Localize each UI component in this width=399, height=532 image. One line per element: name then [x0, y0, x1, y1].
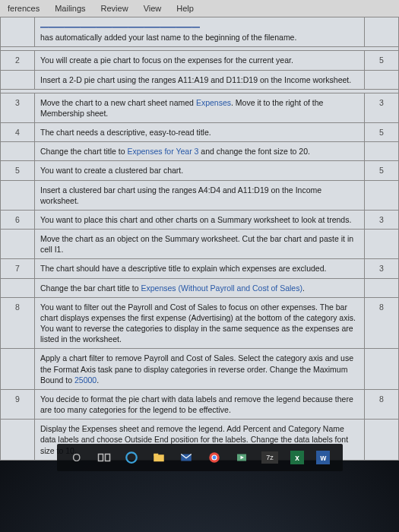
step-instruction: Move the chart as an object on the Summa…: [35, 230, 365, 259]
step-number: [1, 349, 35, 390]
instructions-table: ————————————————————has automatically ad…: [0, 17, 399, 461]
explorer-icon[interactable]: [151, 450, 166, 465]
step-number: 8: [1, 297, 35, 349]
7z-icon[interactable]: 7z: [261, 451, 278, 464]
step-number: 3: [1, 93, 35, 122]
document-content: ————————————————————has automatically ad…: [0, 17, 399, 461]
svg-rect-0: [98, 454, 103, 461]
step-number: 4: [1, 123, 35, 142]
step-points: [365, 420, 399, 461]
ribbon-tabs: ferences Mailings Review View Help: [0, 0, 399, 17]
step-points: [365, 180, 399, 210]
step-points: [365, 278, 399, 297]
step-instruction: Insert a 2-D pie chart using the ranges …: [35, 70, 365, 89]
video-icon[interactable]: [234, 450, 249, 465]
step-instruction: Apply a chart filter to remove Payroll a…: [35, 349, 365, 390]
step-points: 8: [365, 297, 399, 349]
step-points: [365, 349, 399, 390]
step-number: 7: [1, 259, 35, 278]
step-number: [1, 17, 35, 47]
step-instruction: Change the chart title to Expenses for Y…: [35, 142, 365, 161]
step-instruction: You want to filter out the Payroll and C…: [35, 297, 365, 349]
step-points: 3: [365, 259, 399, 278]
step-number: 5: [1, 161, 35, 180]
mail-icon[interactable]: [179, 450, 194, 465]
tab-help[interactable]: Help: [169, 2, 201, 15]
svg-rect-1: [105, 454, 109, 461]
step-number: 2: [1, 51, 35, 70]
step-points: [365, 70, 399, 89]
step-instruction: Move the chart to a new chart sheet name…: [35, 93, 365, 122]
step-points: 5: [365, 123, 399, 142]
step-number: 9: [1, 389, 35, 419]
step-instruction: You will create a pie chart to focus on …: [35, 51, 365, 70]
cortana-icon[interactable]: O: [69, 450, 84, 465]
step-number: [1, 420, 35, 461]
tab-references[interactable]: ferences: [0, 2, 47, 15]
tab-review[interactable]: Review: [93, 2, 136, 15]
step-instruction: ————————————————————has automatically ad…: [35, 17, 365, 47]
step-instruction: The chart should have a descriptive titl…: [35, 259, 365, 278]
step-points: 3: [365, 93, 399, 122]
word-icon[interactable]: w: [316, 451, 330, 464]
step-instruction: The chart needs a descriptive, easy-to-r…: [35, 123, 365, 142]
step-points: 8: [365, 389, 399, 419]
tab-view[interactable]: View: [136, 2, 169, 15]
task-view-icon[interactable]: [97, 450, 112, 465]
step-points: 5: [365, 161, 399, 180]
taskbar[interactable]: O 7z x w: [57, 444, 343, 471]
svg-point-2: [126, 452, 137, 463]
excel-icon[interactable]: x: [290, 451, 304, 464]
step-number: [1, 142, 35, 161]
svg-rect-4: [154, 454, 158, 456]
step-points: 5: [365, 51, 399, 70]
step-instruction: You want to place this chart and other c…: [35, 210, 365, 229]
step-number: [1, 278, 35, 297]
chrome-icon[interactable]: [207, 450, 222, 465]
step-number: 6: [1, 210, 35, 229]
edge-icon[interactable]: [124, 450, 139, 465]
tab-mailings[interactable]: Mailings: [47, 2, 93, 15]
step-points: [365, 142, 399, 161]
step-instruction: You decide to format the pie chart with …: [35, 389, 365, 419]
step-number: [1, 70, 35, 89]
step-instruction: Change the bar chart title to Expenses (…: [35, 278, 365, 297]
step-number: [1, 230, 35, 259]
step-instruction: You want to create a clustered bar chart…: [35, 161, 365, 180]
step-points: [365, 230, 399, 259]
step-number: [1, 180, 35, 210]
step-points: 3: [365, 210, 399, 229]
step-instruction: Insert a clustered bar chart using the r…: [35, 180, 365, 210]
step-points: [365, 17, 399, 47]
